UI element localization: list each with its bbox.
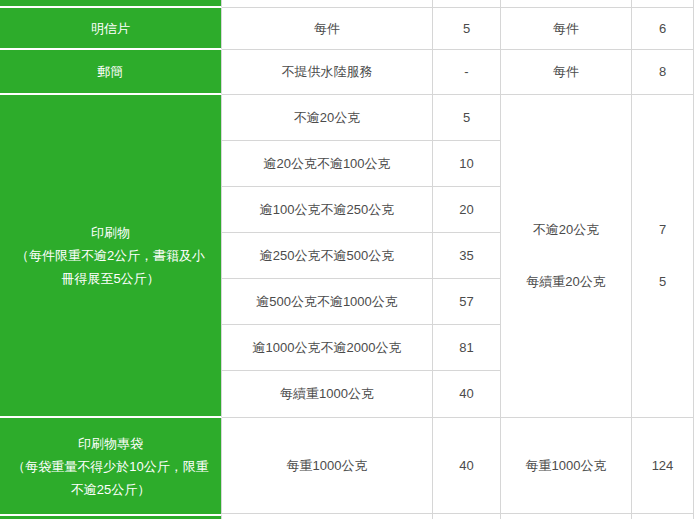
cell-printed-weight-2: 逾100公克不逾250公克	[222, 187, 433, 233]
category-printed-matter-bag: 印刷物專袋 （每袋重量不得少於10公斤，限重不逾25公斤）	[0, 418, 222, 514]
category-aerogramme-label: 郵簡	[98, 60, 124, 83]
empty-cell	[222, 514, 433, 519]
cell-printed-price-right-1: 5	[659, 256, 666, 308]
cell-printed-weight-3: 逾250公克不逾500公克	[222, 233, 433, 279]
category-aerogramme: 郵簡	[0, 50, 222, 95]
category-cell-partial-bottom	[0, 514, 222, 519]
category-printed-matter-label: 印刷物	[91, 221, 130, 244]
cell-printed-price-0: 5	[433, 95, 501, 141]
cell-printed-unit-right-1: 每續重20公克	[526, 256, 605, 308]
cell-printed-weight-0: 不逾20公克	[222, 95, 433, 141]
cell-printed-unit-right-0: 不逾20公克	[533, 204, 599, 256]
cell-printed-price-3: 35	[433, 233, 501, 279]
cell-printed-unit-right-merged: 不逾20公克 每續重20公克	[501, 95, 632, 418]
category-printed-matter-bag-label: 印刷物專袋	[78, 432, 143, 455]
cell-postcard-unit-right: 每件	[501, 8, 632, 50]
cell-aerogramme-price-right: 8	[632, 50, 694, 95]
empty-cell	[433, 0, 501, 8]
cell-printed-weight-1: 逾20公克不逾100公克	[222, 141, 433, 187]
category-postcard-label: 明信片	[91, 17, 130, 40]
cell-printed-price-5: 81	[433, 325, 501, 371]
cell-bag-price: 40	[433, 418, 501, 514]
cell-printed-weight-4: 逾500公克不逾1000公克	[222, 279, 433, 325]
cell-bag-unit: 每重1000公克	[222, 418, 433, 514]
empty-cell	[222, 0, 433, 8]
cell-printed-price-right-merged: 7 5	[632, 95, 694, 418]
cell-aerogramme-unit-right: 每件	[501, 50, 632, 95]
cell-postcard-price-right: 6	[632, 8, 694, 50]
cell-aerogramme-price: -	[433, 50, 501, 95]
cell-postcard-unit: 每件	[222, 8, 433, 50]
category-cell-partial-top	[0, 0, 222, 8]
postal-rates-page: 明信片 每件 5 每件 6 郵簡 不提供水陸服務 - 每件 8 印刷物 （每件限…	[0, 0, 694, 519]
cell-printed-weight-6: 每續重1000公克	[222, 371, 433, 418]
category-printed-matter: 印刷物 （每件限重不逾2公斤，書籍及小冊得展至5公斤）	[0, 95, 222, 418]
cell-printed-price-4: 57	[433, 279, 501, 325]
category-postcard: 明信片	[0, 8, 222, 50]
empty-cell	[501, 514, 632, 519]
cell-printed-price-right-0: 7	[659, 204, 666, 256]
cell-printed-price-6: 40	[433, 371, 501, 418]
empty-cell	[632, 0, 694, 8]
cell-printed-weight-5: 逾1000公克不逾2000公克	[222, 325, 433, 371]
empty-cell	[501, 0, 632, 8]
cell-printed-price-2: 20	[433, 187, 501, 233]
category-printed-matter-bag-note: （每袋重量不得少於10公斤，限重不逾25公斤）	[12, 455, 209, 501]
cell-bag-unit-right: 每重1000公克	[501, 418, 632, 514]
rates-table: 明信片 每件 5 每件 6 郵簡 不提供水陸服務 - 每件 8 印刷物 （每件限…	[0, 0, 694, 519]
cell-printed-price-1: 10	[433, 141, 501, 187]
cell-postcard-price: 5	[433, 8, 501, 50]
empty-cell	[632, 514, 694, 519]
empty-cell	[433, 514, 501, 519]
cell-aerogramme-note: 不提供水陸服務	[222, 50, 433, 95]
cell-bag-price-right: 124	[632, 418, 694, 514]
category-printed-matter-note: （每件限重不逾2公斤，書籍及小冊得展至5公斤）	[12, 244, 209, 290]
